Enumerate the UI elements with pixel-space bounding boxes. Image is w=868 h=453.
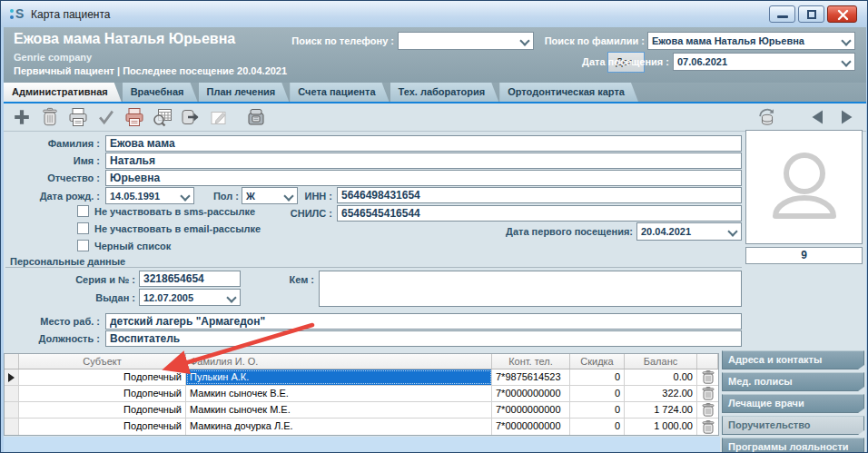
issued-by-label: Кем : (222, 274, 314, 285)
inn-label: ИНН : (276, 191, 332, 202)
first-visit-combobox[interactable]: 20.04.2021 (636, 222, 742, 241)
table-row[interactable]: Подопечный Мамкина дочурка Л.Е. 7*000000… (5, 419, 718, 435)
trash-icon (702, 420, 715, 434)
toolbar (4, 103, 866, 132)
position-label: Должность : (4, 333, 100, 344)
close-icon (837, 9, 849, 21)
patient-header: Ежова мама Наталья Юрьевна Genrie compan… (4, 27, 866, 83)
tab-ortodonticheskaya-karta[interactable]: Ортодонтическая карта (499, 83, 638, 102)
red-printer-icon (123, 106, 145, 128)
issued-label: Выдан : (40, 292, 135, 303)
database-refresh-icon (756, 105, 778, 129)
surname-input[interactable] (105, 135, 742, 152)
position-input[interactable] (105, 330, 742, 347)
titlebar[interactable]: S Карта пациента (1, 1, 867, 27)
arrow-right-icon (837, 108, 855, 126)
table-header-row: Субъект Фамилия И. О. Конт. тел. Скидка … (5, 354, 718, 369)
minimize-icon (777, 15, 788, 18)
patronymic-label: Отчество : (4, 172, 100, 183)
patronymic-input[interactable] (105, 170, 742, 186)
issued-combobox[interactable]: 12.07.2005 (139, 289, 241, 306)
patient-card-window: S Карта пациента Ежова мама Наталья Юрье… (0, 0, 868, 453)
tab-plan-lecheniya[interactable]: План лечения (199, 83, 290, 102)
blacklist-checkbox[interactable]: Черный список (77, 240, 171, 251)
issued-by-input[interactable] (319, 271, 742, 307)
chevron-down-icon (842, 37, 849, 44)
company-name: Genrie company (14, 52, 92, 63)
add-button[interactable] (11, 106, 33, 128)
search-surname-combobox[interactable]: Ежова мама Наталья Юрьевна (647, 32, 855, 50)
sidebar-item-loyalty[interactable]: Программы лояльности (722, 438, 864, 453)
maximize-button[interactable] (798, 5, 824, 23)
checkmark-icon (96, 107, 116, 127)
row-delete-button[interactable] (697, 419, 718, 435)
visit-date-combobox[interactable]: 07.06.2021 (673, 53, 855, 71)
chevron-down-icon (842, 58, 849, 65)
workplace-input[interactable] (105, 313, 742, 330)
name-label: Имя : (4, 155, 100, 166)
wards-table: Субъект Фамилия И. О. Конт. тел. Скидка … (4, 353, 719, 436)
name-input[interactable] (105, 153, 742, 169)
sms-optout-checkbox[interactable]: Не участвовать в sms-рассылке (77, 205, 255, 217)
trash-icon (702, 403, 715, 417)
tab-scheta-patsienta[interactable]: Счета пациента (290, 83, 389, 102)
row-delete-button[interactable] (697, 369, 718, 385)
table-row-selected[interactable]: Подопечный Пулькин А.К. 7*9875614523 0 0… (5, 369, 718, 386)
email-optout-checkbox[interactable]: Не участвовать в email-рассылке (77, 222, 261, 234)
nav-next-button[interactable] (835, 106, 857, 128)
sidebar-item-addresses[interactable]: Адреса и контакты (722, 350, 864, 369)
sidebar-item-doctors[interactable]: Лечащие врачи (722, 394, 864, 413)
table-row[interactable]: Подопечный Мамкин сыночек М.Е. 7*0000000… (5, 402, 718, 419)
print-account-button[interactable] (123, 106, 145, 128)
print-button[interactable] (67, 106, 89, 128)
chevron-down-icon (227, 294, 234, 301)
col-fio[interactable]: Фамилия И. О. (186, 354, 492, 369)
visit-date-label: Дата посещения : (544, 56, 669, 67)
birthdate-combobox[interactable]: 14.05.1991 (105, 187, 194, 204)
bottom-frame (4, 437, 720, 453)
edit-button[interactable] (208, 106, 230, 128)
birthdate-label: Дата рожд. : (4, 191, 100, 202)
fax-button[interactable] (245, 106, 267, 128)
tab-vrachebnaya[interactable]: Врачебная (123, 83, 198, 102)
arrow-left-icon (809, 108, 827, 126)
col-balance[interactable]: Баланс (625, 354, 697, 369)
tabbar: Административная Врачебная План лечения … (4, 83, 866, 103)
personal-data-section-label: Персональные данные (10, 256, 125, 267)
col-phone[interactable]: Конт. тел. (492, 354, 570, 369)
trash-icon (702, 387, 715, 400)
table-row[interactable]: Подопечный Мамкин сыночек В.Е. 7*0000000… (5, 386, 718, 402)
search-surname-label: Поиск по фамилии : (512, 35, 645, 46)
tab-teh-laboratoriya[interactable]: Тех. лаборатория (390, 83, 499, 102)
tab-administrativnaya[interactable]: Административная (4, 83, 122, 102)
patient-name: Ежова мама Наталья Юрьевна (14, 31, 235, 47)
col-subject[interactable]: Субъект (19, 354, 186, 369)
calendar-search-icon (152, 106, 173, 128)
row-delete-button[interactable] (697, 402, 718, 418)
delete-button[interactable] (39, 106, 61, 128)
section-divider (5, 267, 742, 268)
row-delete-button[interactable] (697, 386, 718, 401)
sidebar-item-med-policies[interactable]: Мед. полисы (722, 372, 864, 391)
confirm-button[interactable] (95, 106, 117, 128)
photo-count: 9 (745, 247, 863, 264)
gender-label: Пол : (199, 191, 239, 202)
inn-input[interactable] (337, 187, 742, 203)
col-discount[interactable]: Скидка (570, 354, 625, 369)
trash-icon (702, 370, 715, 384)
refresh-data-button[interactable] (756, 106, 778, 128)
phone-terminal-icon (245, 106, 267, 128)
checkbox-icon (77, 222, 89, 234)
search-visits-button[interactable] (152, 106, 173, 128)
close-button[interactable] (827, 5, 857, 23)
nav-prev-button[interactable] (807, 106, 829, 128)
sidebar-item-guarantee[interactable]: Поручительство (722, 416, 864, 435)
export-button[interactable] (180, 106, 202, 128)
patient-photo-placeholder[interactable] (745, 130, 863, 244)
edit-pencil-icon (208, 106, 230, 128)
snils-input[interactable] (337, 205, 742, 222)
minimize-button[interactable] (769, 5, 795, 23)
person-silhouette-icon (759, 142, 850, 232)
search-phone-label: Поиск по телефону : (258, 35, 394, 46)
app-logo-icon: S (9, 7, 27, 22)
